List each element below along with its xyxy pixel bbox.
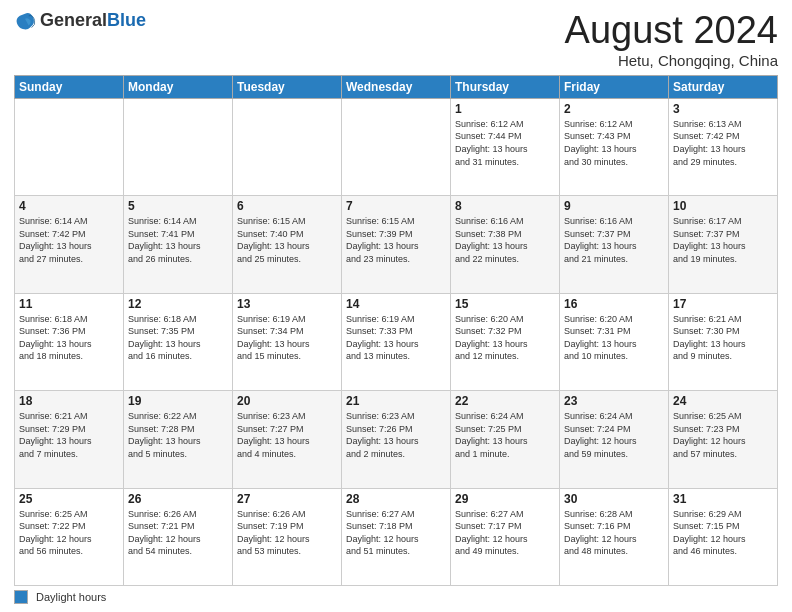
header-saturday: Saturday	[669, 75, 778, 98]
week-row-1: 1Sunrise: 6:12 AM Sunset: 7:44 PM Daylig…	[15, 98, 778, 195]
day-cell-4-0: 25Sunrise: 6:25 AM Sunset: 7:22 PM Dayli…	[15, 488, 124, 585]
day-number: 5	[128, 199, 228, 213]
week-row-3: 11Sunrise: 6:18 AM Sunset: 7:36 PM Dayli…	[15, 293, 778, 390]
day-number: 18	[19, 394, 119, 408]
day-info: Sunrise: 6:22 AM Sunset: 7:28 PM Dayligh…	[128, 410, 228, 460]
day-info: Sunrise: 6:19 AM Sunset: 7:33 PM Dayligh…	[346, 313, 446, 363]
calendar: Sunday Monday Tuesday Wednesday Thursday…	[14, 75, 778, 586]
legend-label: Daylight hours	[36, 591, 106, 603]
day-info: Sunrise: 6:28 AM Sunset: 7:16 PM Dayligh…	[564, 508, 664, 558]
day-cell-2-6: 17Sunrise: 6:21 AM Sunset: 7:30 PM Dayli…	[669, 293, 778, 390]
day-number: 1	[455, 102, 555, 116]
day-number: 30	[564, 492, 664, 506]
day-info: Sunrise: 6:24 AM Sunset: 7:25 PM Dayligh…	[455, 410, 555, 460]
header-wednesday: Wednesday	[342, 75, 451, 98]
header-monday: Monday	[124, 75, 233, 98]
day-cell-1-0: 4Sunrise: 6:14 AM Sunset: 7:42 PM Daylig…	[15, 196, 124, 293]
week-row-2: 4Sunrise: 6:14 AM Sunset: 7:42 PM Daylig…	[15, 196, 778, 293]
day-number: 31	[673, 492, 773, 506]
day-number: 23	[564, 394, 664, 408]
day-cell-2-4: 15Sunrise: 6:20 AM Sunset: 7:32 PM Dayli…	[451, 293, 560, 390]
day-info: Sunrise: 6:23 AM Sunset: 7:26 PM Dayligh…	[346, 410, 446, 460]
day-cell-4-4: 29Sunrise: 6:27 AM Sunset: 7:17 PM Dayli…	[451, 488, 560, 585]
legend-color-box	[14, 590, 28, 604]
logo-icon	[14, 10, 36, 32]
day-info: Sunrise: 6:12 AM Sunset: 7:44 PM Dayligh…	[455, 118, 555, 168]
day-info: Sunrise: 6:24 AM Sunset: 7:24 PM Dayligh…	[564, 410, 664, 460]
day-cell-0-2	[233, 98, 342, 195]
title-block: August 2024 Hetu, Chongqing, China	[565, 10, 778, 69]
day-number: 17	[673, 297, 773, 311]
day-number: 24	[673, 394, 773, 408]
day-number: 15	[455, 297, 555, 311]
day-info: Sunrise: 6:20 AM Sunset: 7:32 PM Dayligh…	[455, 313, 555, 363]
day-cell-2-1: 12Sunrise: 6:18 AM Sunset: 7:35 PM Dayli…	[124, 293, 233, 390]
day-info: Sunrise: 6:19 AM Sunset: 7:34 PM Dayligh…	[237, 313, 337, 363]
day-info: Sunrise: 6:18 AM Sunset: 7:36 PM Dayligh…	[19, 313, 119, 363]
day-number: 26	[128, 492, 228, 506]
day-info: Sunrise: 6:27 AM Sunset: 7:17 PM Dayligh…	[455, 508, 555, 558]
day-number: 14	[346, 297, 446, 311]
day-info: Sunrise: 6:14 AM Sunset: 7:41 PM Dayligh…	[128, 215, 228, 265]
day-cell-1-4: 8Sunrise: 6:16 AM Sunset: 7:38 PM Daylig…	[451, 196, 560, 293]
day-cell-4-5: 30Sunrise: 6:28 AM Sunset: 7:16 PM Dayli…	[560, 488, 669, 585]
day-info: Sunrise: 6:25 AM Sunset: 7:23 PM Dayligh…	[673, 410, 773, 460]
day-number: 12	[128, 297, 228, 311]
day-number: 22	[455, 394, 555, 408]
day-cell-3-3: 21Sunrise: 6:23 AM Sunset: 7:26 PM Dayli…	[342, 391, 451, 488]
day-cell-0-5: 2Sunrise: 6:12 AM Sunset: 7:43 PM Daylig…	[560, 98, 669, 195]
calendar-header-row: Sunday Monday Tuesday Wednesday Thursday…	[15, 75, 778, 98]
day-cell-2-0: 11Sunrise: 6:18 AM Sunset: 7:36 PM Dayli…	[15, 293, 124, 390]
day-info: Sunrise: 6:16 AM Sunset: 7:37 PM Dayligh…	[564, 215, 664, 265]
day-number: 4	[19, 199, 119, 213]
day-number: 3	[673, 102, 773, 116]
day-info: Sunrise: 6:29 AM Sunset: 7:15 PM Dayligh…	[673, 508, 773, 558]
day-info: Sunrise: 6:23 AM Sunset: 7:27 PM Dayligh…	[237, 410, 337, 460]
day-cell-0-1	[124, 98, 233, 195]
day-number: 2	[564, 102, 664, 116]
day-cell-4-1: 26Sunrise: 6:26 AM Sunset: 7:21 PM Dayli…	[124, 488, 233, 585]
day-info: Sunrise: 6:17 AM Sunset: 7:37 PM Dayligh…	[673, 215, 773, 265]
day-number: 20	[237, 394, 337, 408]
day-info: Sunrise: 6:13 AM Sunset: 7:42 PM Dayligh…	[673, 118, 773, 168]
day-number: 10	[673, 199, 773, 213]
day-info: Sunrise: 6:15 AM Sunset: 7:39 PM Dayligh…	[346, 215, 446, 265]
day-cell-2-3: 14Sunrise: 6:19 AM Sunset: 7:33 PM Dayli…	[342, 293, 451, 390]
day-cell-3-6: 24Sunrise: 6:25 AM Sunset: 7:23 PM Dayli…	[669, 391, 778, 488]
day-info: Sunrise: 6:16 AM Sunset: 7:38 PM Dayligh…	[455, 215, 555, 265]
footer: Daylight hours	[14, 590, 778, 604]
day-info: Sunrise: 6:14 AM Sunset: 7:42 PM Dayligh…	[19, 215, 119, 265]
day-cell-1-3: 7Sunrise: 6:15 AM Sunset: 7:39 PM Daylig…	[342, 196, 451, 293]
day-info: Sunrise: 6:25 AM Sunset: 7:22 PM Dayligh…	[19, 508, 119, 558]
header-tuesday: Tuesday	[233, 75, 342, 98]
day-cell-2-2: 13Sunrise: 6:19 AM Sunset: 7:34 PM Dayli…	[233, 293, 342, 390]
day-info: Sunrise: 6:21 AM Sunset: 7:29 PM Dayligh…	[19, 410, 119, 460]
day-number: 16	[564, 297, 664, 311]
week-row-5: 25Sunrise: 6:25 AM Sunset: 7:22 PM Dayli…	[15, 488, 778, 585]
day-number: 13	[237, 297, 337, 311]
logo-blue-text: Blue	[107, 10, 146, 30]
day-number: 9	[564, 199, 664, 213]
day-info: Sunrise: 6:15 AM Sunset: 7:40 PM Dayligh…	[237, 215, 337, 265]
header-sunday: Sunday	[15, 75, 124, 98]
day-cell-1-6: 10Sunrise: 6:17 AM Sunset: 7:37 PM Dayli…	[669, 196, 778, 293]
header: GeneralBlue August 2024 Hetu, Chongqing,…	[14, 10, 778, 69]
day-cell-0-4: 1Sunrise: 6:12 AM Sunset: 7:44 PM Daylig…	[451, 98, 560, 195]
day-number: 6	[237, 199, 337, 213]
month-title: August 2024	[565, 10, 778, 52]
day-cell-0-3	[342, 98, 451, 195]
day-info: Sunrise: 6:20 AM Sunset: 7:31 PM Dayligh…	[564, 313, 664, 363]
logo-text: GeneralBlue	[40, 11, 146, 31]
day-cell-4-3: 28Sunrise: 6:27 AM Sunset: 7:18 PM Dayli…	[342, 488, 451, 585]
day-info: Sunrise: 6:18 AM Sunset: 7:35 PM Dayligh…	[128, 313, 228, 363]
day-number: 21	[346, 394, 446, 408]
day-cell-1-1: 5Sunrise: 6:14 AM Sunset: 7:41 PM Daylig…	[124, 196, 233, 293]
day-cell-4-6: 31Sunrise: 6:29 AM Sunset: 7:15 PM Dayli…	[669, 488, 778, 585]
day-number: 8	[455, 199, 555, 213]
day-cell-3-4: 22Sunrise: 6:24 AM Sunset: 7:25 PM Dayli…	[451, 391, 560, 488]
day-number: 19	[128, 394, 228, 408]
logo: GeneralBlue	[14, 10, 146, 32]
day-info: Sunrise: 6:12 AM Sunset: 7:43 PM Dayligh…	[564, 118, 664, 168]
day-number: 29	[455, 492, 555, 506]
header-friday: Friday	[560, 75, 669, 98]
